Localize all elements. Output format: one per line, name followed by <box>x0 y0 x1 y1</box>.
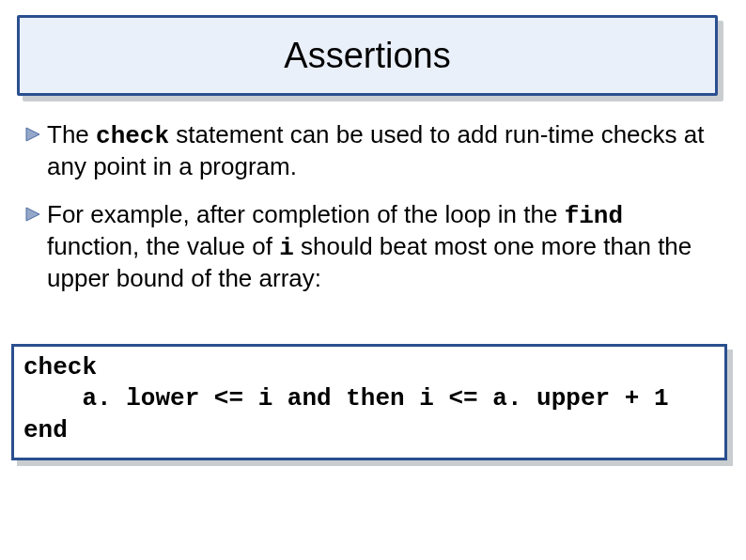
bullet-item: The check statement can be used to add r… <box>24 120 722 181</box>
bullet-arrow-icon <box>24 126 41 143</box>
content-area: The check statement can be used to add r… <box>24 120 722 313</box>
svg-marker-1 <box>26 208 39 221</box>
code-keyword: find <box>565 202 623 230</box>
svg-marker-0 <box>26 128 39 141</box>
code-keyword: i <box>279 234 294 262</box>
text-fragment: function, the value of <box>47 232 279 260</box>
code-block: check a. lower <= i and then i <= a. upp… <box>11 344 727 460</box>
slide-title: Assertions <box>284 36 450 76</box>
bullet-text: For example, after completion of the loo… <box>47 200 722 293</box>
bullet-arrow-icon <box>24 206 41 223</box>
bullet-item: For example, after completion of the loo… <box>24 200 722 293</box>
code-keyword: check <box>96 122 169 150</box>
title-box: Assertions <box>17 15 718 96</box>
text-fragment: The <box>47 120 96 148</box>
bullet-text: The check statement can be used to add r… <box>47 120 722 181</box>
text-fragment: For example, after completion of the loo… <box>47 200 565 228</box>
